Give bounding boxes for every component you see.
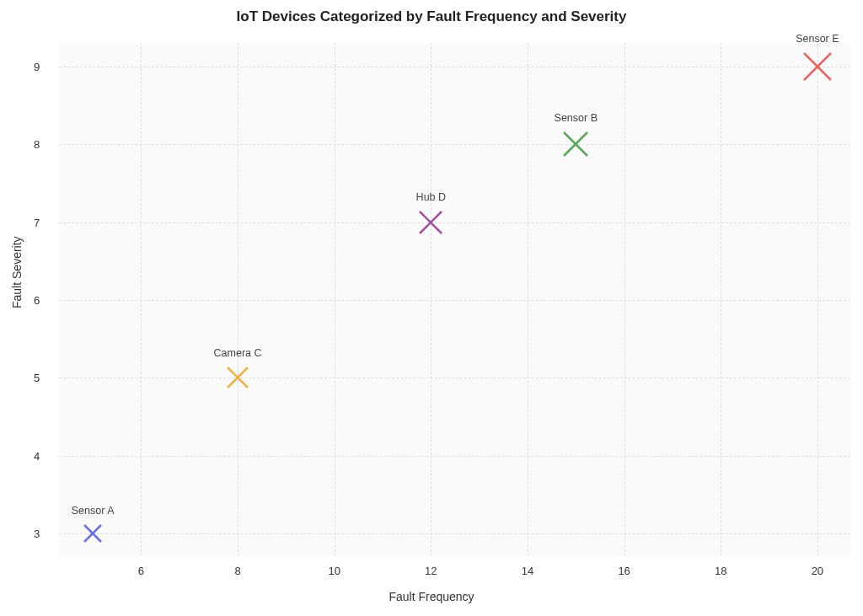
y-axis-label: Fault Severity [10, 236, 24, 308]
plot-area: 681012141618203456789Sensor ACamera CHub… [59, 42, 851, 556]
y-tick-label: 7 [34, 216, 40, 228]
scatter-point [802, 51, 833, 82]
grid-line [59, 144, 850, 145]
scatter-point [83, 523, 103, 544]
scatter-point [562, 131, 589, 158]
point-label: Sensor A [72, 505, 115, 517]
x-tick-label: 18 [715, 565, 726, 577]
scatter-point [226, 366, 249, 389]
grid-line [59, 222, 850, 223]
y-tick-label: 3 [34, 528, 40, 540]
grid-line [59, 378, 850, 378]
x-axis-label: Fault Frequency [0, 590, 863, 603]
x-tick-label: 16 [618, 565, 630, 577]
y-tick-label: 9 [34, 60, 40, 72]
point-label: Sensor B [555, 112, 598, 124]
point-label: Hub D [416, 191, 446, 203]
x-tick-label: 10 [328, 565, 340, 577]
scatter-point [418, 210, 443, 235]
x-tick-label: 14 [522, 565, 533, 577]
y-tick-label: 8 [34, 138, 40, 151]
x-tick-label: 12 [425, 565, 437, 577]
grid-line [59, 533, 850, 534]
point-label: Sensor E [796, 33, 839, 45]
y-tick-label: 4 [34, 449, 40, 462]
point-label: Camera C [214, 347, 262, 359]
x-tick-label: 8 [234, 565, 240, 577]
y-tick-label: 5 [34, 372, 40, 384]
y-tick-label: 6 [34, 294, 40, 307]
x-tick-label: 20 [812, 565, 823, 577]
grid-line [59, 67, 850, 67]
grid-line [59, 300, 850, 301]
grid-line [59, 456, 850, 457]
chart-title: IoT Devices Categorized by Fault Frequen… [0, 8, 863, 25]
x-tick-label: 6 [138, 565, 144, 577]
